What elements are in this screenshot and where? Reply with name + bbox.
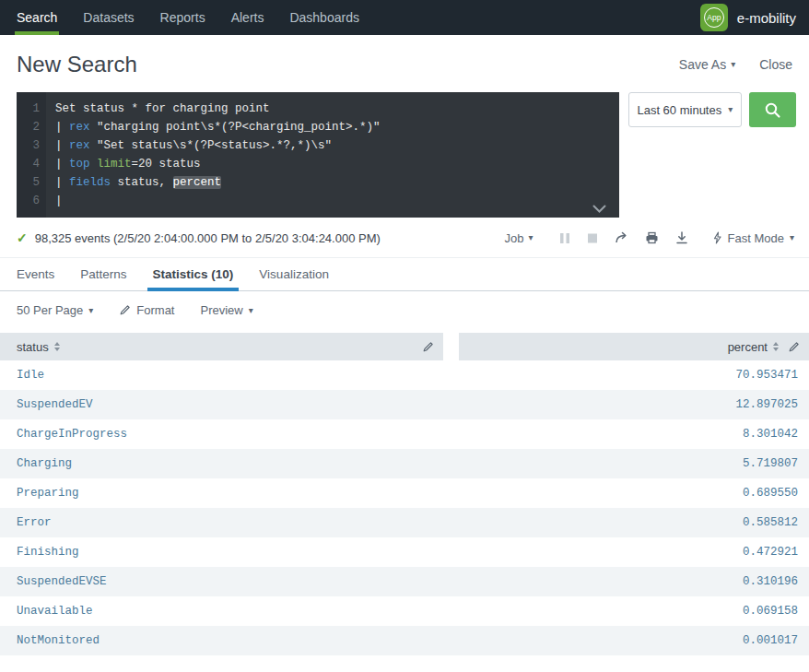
- nav-item-alerts[interactable]: Alerts: [218, 0, 277, 35]
- caret-down-icon: ▾: [728, 105, 733, 114]
- export-download-icon[interactable]: [675, 231, 688, 244]
- search-icon: [764, 101, 781, 119]
- search-mode-selector[interactable]: Fast Mode ▾: [712, 231, 794, 245]
- line-number: 2: [17, 118, 40, 136]
- line-number-gutter: 123456: [17, 92, 46, 218]
- line-number: 5: [17, 173, 40, 192]
- table-row: Error0.585812: [0, 508, 809, 537]
- results-controls: 50 Per Page ▾ Format Preview ▾: [0, 291, 809, 330]
- status-cell[interactable]: NotMonitored: [0, 634, 443, 647]
- percent-cell[interactable]: 0.585812: [443, 516, 809, 529]
- job-status-bar: ✓ 98,325 events (2/5/20 2:04:00.000 PM t…: [0, 218, 809, 258]
- time-range-picker[interactable]: Last 60 minutes ▾: [628, 92, 742, 127]
- caret-down-icon: ▾: [249, 306, 253, 315]
- table-row: Finishing0.472921: [0, 537, 809, 567]
- search-query-editor[interactable]: 123456 Set status * for charging point| …: [17, 92, 619, 218]
- table-header: status percent: [0, 333, 809, 360]
- app-icon: App: [700, 4, 728, 31]
- percent-cell[interactable]: 12.897025: [443, 398, 809, 411]
- nav-item-reports[interactable]: Reports: [147, 0, 218, 35]
- percent-cell[interactable]: 0.069158: [443, 605, 809, 618]
- query-line-5: | fields status, percent: [55, 173, 619, 192]
- table-row: SuspendedEVSE0.310196: [0, 567, 809, 596]
- caret-down-icon: ▾: [731, 60, 735, 69]
- status-cell[interactable]: Charging: [0, 457, 443, 470]
- search-header: New Search Save As ▾ Close: [0, 35, 809, 92]
- nav-item-datasets[interactable]: Datasets: [70, 0, 147, 35]
- percent-cell[interactable]: 0.689550: [443, 487, 809, 500]
- tab-patterns[interactable]: Patterns: [67, 258, 139, 290]
- pencil-icon: [119, 304, 131, 316]
- line-number: 1: [17, 100, 40, 118]
- print-icon[interactable]: [645, 231, 659, 244]
- percent-cell[interactable]: 5.719807: [443, 457, 809, 470]
- per-page-selector[interactable]: 50 Per Page ▾: [17, 303, 93, 317]
- nav-item-dashboards[interactable]: Dashboards: [276, 0, 372, 35]
- caret-down-icon: ▾: [790, 233, 794, 242]
- column-header-status[interactable]: status: [0, 333, 443, 360]
- status-cell[interactable]: Preparing: [0, 487, 443, 500]
- search-bar-row: 123456 Set status * for charging point| …: [0, 92, 809, 218]
- tab-events[interactable]: Events: [4, 258, 67, 290]
- job-menu-button[interactable]: Job ▾: [505, 231, 533, 245]
- tab-visualization[interactable]: Visualization: [246, 258, 342, 290]
- edit-column-pencil-icon[interactable]: [422, 341, 434, 353]
- status-cell[interactable]: Unavailable: [0, 605, 443, 618]
- status-cell[interactable]: ChargeInProgress: [0, 428, 443, 441]
- app-icon-label: App: [704, 7, 724, 28]
- job-controls: Job ▾: [505, 231, 794, 245]
- column-header-percent[interactable]: percent: [459, 333, 809, 360]
- status-cell[interactable]: Error: [0, 516, 443, 529]
- search-button[interactable]: [749, 92, 796, 127]
- app-navbar: SearchDatasetsReportsAlertsDashboards Ap…: [0, 0, 809, 35]
- stop-job-icon: [587, 232, 598, 244]
- column-divider: [443, 333, 459, 360]
- sort-icon: [54, 342, 60, 351]
- percent-cell[interactable]: 8.301042: [443, 428, 809, 441]
- share-job-icon[interactable]: [615, 231, 628, 244]
- table-row: Preparing0.689550: [0, 478, 809, 508]
- sort-icon: [773, 342, 779, 351]
- tab-statistics[interactable]: Statistics (10): [140, 258, 247, 290]
- lightning-bolt-icon: [712, 231, 722, 244]
- table-row: ChargeInProgress8.301042: [0, 419, 809, 449]
- app-badge[interactable]: App e-mobility: [700, 4, 796, 31]
- status-cell[interactable]: SuspendedEV: [0, 398, 443, 411]
- line-number: 4: [17, 155, 40, 173]
- percent-cell[interactable]: 70.953471: [443, 369, 809, 382]
- app-name: e-mobility: [737, 10, 796, 26]
- job-summary: ✓ 98,325 events (2/5/20 2:04:00.000 PM t…: [17, 230, 381, 245]
- table-row: SuspendedEV12.897025: [0, 390, 809, 419]
- nav-item-search[interactable]: Search: [4, 0, 70, 35]
- job-done-check-icon: ✓: [17, 230, 28, 245]
- percent-cell[interactable]: 0.472921: [443, 546, 809, 559]
- preview-selector[interactable]: Preview ▾: [200, 303, 252, 317]
- page-title: New Search: [17, 51, 137, 77]
- pause-job-icon: [559, 232, 570, 244]
- percent-cell[interactable]: 0.310196: [443, 575, 809, 588]
- expand-editor-chevron-icon[interactable]: [592, 205, 606, 213]
- format-button[interactable]: Format: [119, 303, 174, 317]
- status-cell[interactable]: Idle: [0, 369, 443, 382]
- edit-column-pencil-icon[interactable]: [788, 341, 800, 353]
- query-line-6: |: [55, 192, 619, 210]
- events-summary: 98,325 events (2/5/20 2:04:00.000 PM to …: [35, 231, 381, 245]
- line-number: 3: [17, 136, 40, 155]
- query-line-4: | top limit=20 status: [55, 155, 619, 173]
- caret-down-icon: ▾: [88, 306, 93, 315]
- close-button[interactable]: Close: [759, 57, 792, 72]
- percent-cell[interactable]: 0.001017: [443, 634, 809, 647]
- save-as-button[interactable]: Save As ▾: [679, 57, 735, 72]
- query-line-2: | rex "charging point\s*(?P<charging_poi…: [55, 118, 619, 136]
- statistics-table-body: Idle70.953471SuspendedEV12.897025ChargeI…: [0, 360, 809, 655]
- table-row: Charging5.719807: [0, 449, 809, 478]
- table-row: Idle70.953471: [0, 360, 809, 390]
- caret-down-icon: ▾: [529, 233, 533, 242]
- primary-nav: SearchDatasetsReportsAlertsDashboards: [4, 0, 372, 35]
- query-code-area[interactable]: Set status * for charging point| rex "ch…: [46, 92, 619, 218]
- status-cell[interactable]: SuspendedEVSE: [0, 575, 443, 588]
- table-row: Unavailable0.069158: [0, 596, 809, 626]
- results-tabs: EventsPatternsStatistics (10)Visualizati…: [0, 258, 809, 291]
- query-line-1: Set status * for charging point: [55, 100, 619, 118]
- status-cell[interactable]: Finishing: [0, 546, 443, 559]
